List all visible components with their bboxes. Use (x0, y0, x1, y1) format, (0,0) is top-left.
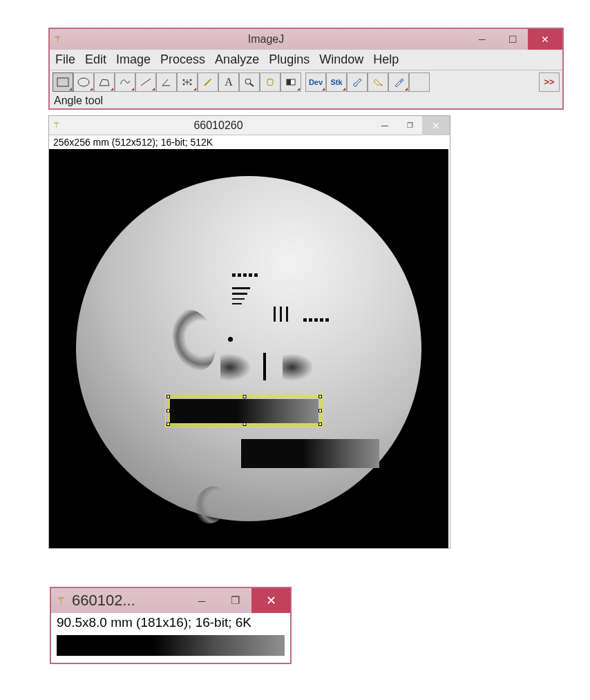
dropper-tool[interactable] (388, 72, 409, 92)
window-title: ImageJ (65, 29, 467, 50)
image-canvas[interactable] (49, 149, 448, 548)
roi-selection[interactable] (168, 396, 321, 425)
image-info: 256x256 mm (512x512); 16-bit; 512K (49, 135, 450, 149)
blur-patch-2 (283, 353, 314, 381)
maximize-button[interactable]: ☐ (497, 29, 528, 50)
more-tools-button[interactable]: >> (539, 72, 560, 92)
status-bar: Angle tool (50, 93, 562, 108)
svg-rect-14 (287, 79, 291, 85)
line-tool[interactable] (135, 72, 156, 92)
crop-titlebar[interactable]: ⚚ 660102... ─ ❐ ✕ (51, 588, 290, 613)
close-button[interactable]: ✕ (422, 116, 450, 135)
resolution-dots (232, 273, 258, 277)
phantom-dot (228, 337, 233, 342)
minimize-button[interactable]: ─ (372, 116, 397, 135)
phantom-sphere (76, 176, 421, 521)
minimize-button[interactable]: ─ (185, 588, 218, 613)
flood-fill-tool[interactable] (368, 72, 388, 92)
crop-canvas[interactable] (57, 635, 285, 656)
crop-title: 660102... (70, 592, 185, 610)
menu-file[interactable]: File (55, 52, 75, 67)
menu-window[interactable]: Window (319, 52, 363, 67)
angle-tool[interactable] (156, 72, 177, 92)
svg-point-8 (190, 84, 191, 85)
restore-button[interactable]: ❐ (218, 588, 251, 613)
menu-analyze[interactable]: Analyze (215, 52, 259, 67)
menu-process[interactable]: Process (160, 52, 205, 67)
svg-point-7 (183, 84, 184, 85)
svg-point-10 (210, 79, 211, 80)
menu-edit[interactable]: Edit (85, 52, 106, 67)
empty-tool-slot[interactable] (409, 72, 430, 92)
close-button[interactable]: ✕ (528, 29, 562, 50)
rectangle-tool[interactable] (53, 72, 73, 92)
svg-line-2 (141, 79, 151, 86)
point-tool[interactable] (177, 72, 198, 92)
svg-line-9 (204, 80, 210, 86)
magnifier-tool[interactable] (239, 72, 260, 92)
stk-tool[interactable]: Stk (326, 72, 347, 92)
svg-point-5 (183, 79, 184, 81)
oval-tool[interactable] (73, 72, 94, 92)
image-window: ⚚ 66010260 ─ ❐ ✕ 256x256 mm (512x512); 1… (48, 115, 450, 549)
svg-rect-0 (57, 78, 68, 86)
crop-window: ⚚ 660102... ─ ❐ ✕ 90.5x8.0 mm (181x16); … (50, 587, 292, 664)
close-button[interactable]: ✕ (251, 588, 290, 613)
crop-info: 90.5x8.0 mm (181x16); 16-bit; 6K (51, 613, 290, 632)
hand-tool[interactable] (260, 72, 280, 92)
polygon-tool[interactable] (94, 72, 115, 92)
brush-tool[interactable] (347, 72, 368, 92)
menubar: File Edit Image Process Analyze Plugins … (50, 50, 562, 70)
resolution-bars-v (274, 307, 288, 322)
restore-button[interactable]: ❐ (397, 116, 422, 135)
gradient-block-lower (241, 439, 379, 468)
svg-point-15 (381, 84, 383, 86)
wand-tool[interactable] (198, 72, 218, 92)
titlebar[interactable]: ⚚ ImageJ ─ ☐ ✕ (50, 29, 562, 50)
image-titlebar[interactable]: ⚚ 66010260 ─ ❐ ✕ (49, 116, 450, 135)
svg-point-11 (245, 79, 251, 84)
menu-plugins[interactable]: Plugins (269, 52, 310, 67)
freehand-tool[interactable] (115, 72, 135, 92)
menu-image[interactable]: Image (116, 52, 151, 67)
window-controls: ─ ☐ ✕ (467, 29, 562, 50)
svg-point-6 (190, 79, 191, 81)
app-icon: ⚚ (51, 594, 70, 607)
dev-tool[interactable]: Dev (305, 72, 326, 92)
svg-point-1 (78, 78, 89, 86)
phantom-line (263, 353, 266, 380)
image-title: 66010260 (64, 119, 372, 132)
menu-help[interactable]: Help (373, 52, 399, 67)
minimize-button[interactable]: ─ (467, 29, 497, 50)
resolution-bars-h (232, 287, 250, 304)
imagej-main-window: ⚚ ImageJ ─ ☐ ✕ File Edit Image Process A… (48, 28, 564, 110)
svg-line-12 (250, 84, 254, 86)
app-icon: ⚚ (49, 120, 64, 130)
toolbar: A Dev Stk >> (50, 70, 562, 93)
text-tool[interactable]: A (218, 72, 239, 92)
resolution-dots-2 (303, 318, 329, 322)
blur-patch-1 (220, 353, 251, 381)
app-icon: ⚚ (50, 29, 65, 50)
color-picker-tool[interactable] (280, 72, 301, 92)
